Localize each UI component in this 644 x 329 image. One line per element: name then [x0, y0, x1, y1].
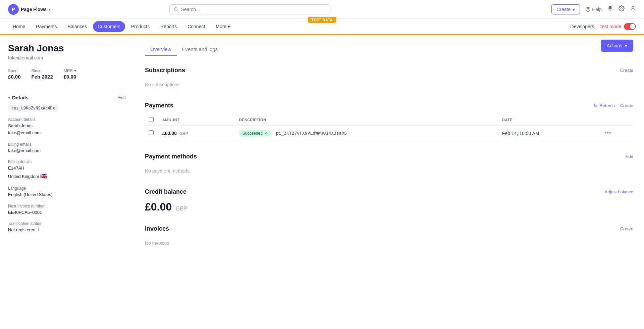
next-invoice-value: EE40FCA5–0001: [8, 209, 126, 216]
payments-create-link[interactable]: Create: [620, 103, 633, 108]
credit-amount: £0.00: [145, 201, 172, 213]
next-invoice-label: Next invoice number: [8, 204, 126, 208]
help-button[interactable]: Help: [585, 7, 602, 12]
billing-details-value: E147AH United Kingdom 🇬🇧: [8, 165, 126, 180]
toggle-knob: [630, 24, 635, 29]
language-label: Language: [8, 186, 126, 191]
since-label: Since: [32, 68, 53, 73]
topbar-right: Create ▾ Help: [551, 4, 636, 14]
credit-balance-section: Credit balance Adjust balance £0.00 GBP: [145, 188, 633, 213]
credit-amount-display: £0.00 GBP: [145, 201, 633, 213]
logo[interactable]: P Page Flows ▾: [8, 4, 51, 15]
nav-balances[interactable]: Balances: [63, 21, 92, 32]
invoices-empty: No invoices: [145, 238, 633, 248]
payment-description: pi_3KT27vFX9VLdWWHU14X3saRS: [276, 131, 347, 136]
stat-spent: Spent £0.00: [8, 68, 21, 80]
billing-details-group: Billing details E147AH United Kingdom 🇬🇧: [8, 159, 126, 180]
nav-customers[interactable]: Customers: [93, 21, 125, 32]
credit-currency: GBP: [176, 206, 187, 211]
credit-balance-title: Credit balance: [145, 188, 186, 195]
since-value: Feb 2022: [32, 74, 53, 80]
nav-connect[interactable]: Connect: [183, 21, 210, 32]
table-row: £60.00 GBP Succeeded ✓ pi_3KT27vFX9VLdWW…: [145, 126, 633, 141]
actions-button[interactable]: Actions ▾: [601, 40, 633, 52]
nav-developers[interactable]: Developers: [571, 24, 594, 29]
payment-methods-empty: No payment methods: [145, 166, 633, 176]
tax-status-label: Tax location status: [8, 221, 126, 226]
payments-actions: ↻ Refresh Create: [594, 103, 633, 108]
account-details-value: Sarah Jonas fake@email.com: [8, 123, 126, 137]
tab-events-logs[interactable]: Events and logs: [177, 43, 223, 56]
create-button[interactable]: Create ▾: [551, 4, 580, 14]
billing-emails-value: fake@email.com: [8, 147, 126, 154]
language-value: English (United States): [8, 191, 126, 198]
app-name: Page Flows: [21, 7, 47, 12]
nav-home[interactable]: Home: [8, 21, 30, 32]
mrr-value: £0.00: [64, 74, 76, 80]
row-menu-icon[interactable]: •••: [605, 130, 611, 136]
help-icon: [585, 7, 591, 12]
payment-date: Feb 14, 10:50 AM: [498, 126, 601, 141]
nav-products[interactable]: Products: [126, 21, 154, 32]
spent-label: Spent: [8, 68, 21, 73]
payments-table: AMOUNT DESCRIPTION DATE £60.00 GBP: [145, 114, 633, 141]
customer-id-badge: cus_L9KoZvNSxWc4Dx: [8, 104, 58, 112]
subscriptions-title: Subscriptions: [145, 67, 185, 74]
stat-mrr: MRR ▾ £0.00: [64, 68, 76, 80]
info-icon: ℹ: [38, 228, 40, 232]
test-mode-toggle[interactable]: Test mode: [599, 23, 636, 30]
settings-icon[interactable]: [619, 5, 625, 13]
payment-amount: £60.00 GBP: [158, 126, 235, 141]
tax-status-group: Tax location status Not registered ℹ: [8, 221, 126, 234]
tab-overview[interactable]: Overview: [145, 43, 177, 56]
subscriptions-empty: No subscriptions: [145, 79, 633, 90]
col-description: DESCRIPTION: [235, 114, 498, 126]
details-section: ▾ Details Edit cus_L9KoZvNSxWc4Dx Accoun…: [8, 89, 126, 234]
billing-details-label: Billing details: [8, 159, 126, 164]
flag-icon: 🇬🇧: [40, 173, 47, 179]
billing-emails-label: Billing emails: [8, 142, 126, 147]
status-badge: Succeeded ✓: [239, 130, 271, 137]
stat-since: Since Feb 2022: [32, 68, 53, 80]
payment-methods-add-link[interactable]: Add: [626, 154, 633, 159]
payment-methods-section: Payment methods Add No payment methods: [145, 153, 633, 176]
svg-point-3: [632, 6, 634, 8]
details-title: ▾ Details: [8, 95, 29, 100]
notifications-icon[interactable]: [607, 5, 613, 13]
nav-more[interactable]: More ▾: [211, 21, 235, 32]
payment-methods-title: Payment methods: [145, 153, 197, 160]
invoices-create-link[interactable]: Create: [620, 226, 633, 231]
spent-value: £0.00: [8, 74, 21, 80]
svg-point-2: [588, 10, 588, 11]
test-mode-switch[interactable]: [624, 23, 636, 30]
payments-title: Payments: [145, 102, 173, 109]
col-amount: AMOUNT: [158, 114, 235, 126]
payments-refresh-link[interactable]: ↻ Refresh: [594, 103, 615, 108]
search-container: [169, 4, 330, 14]
adjust-balance-link[interactable]: Adjust balance: [605, 189, 633, 194]
subscriptions-create-link[interactable]: Create: [620, 68, 633, 73]
logo-icon: P: [8, 4, 19, 15]
customer-stats: Spent £0.00 Since Feb 2022 MRR ▾ £0.00: [8, 68, 126, 80]
edit-link[interactable]: Edit: [118, 95, 126, 100]
payments-section: Payments ↻ Refresh Create AMOUNT DESCRIP…: [145, 102, 633, 141]
select-all-checkbox[interactable]: [149, 117, 154, 122]
search-input[interactable]: [181, 7, 326, 12]
payment-status-desc: Succeeded ✓ pi_3KT27vFX9VLdWWHU14X3saRS: [235, 126, 498, 141]
subscriptions-section: Subscriptions Create No subscriptions: [145, 67, 633, 90]
customer-email: fake@email.com: [8, 55, 126, 60]
billing-emails-group: Billing emails fake@email.com: [8, 142, 126, 154]
details-chevron-icon: ▾: [8, 95, 10, 100]
nav-reports[interactable]: Reports: [156, 21, 181, 32]
row-checkbox[interactable]: [149, 130, 154, 135]
refresh-icon: ↻: [594, 103, 597, 108]
search-icon: [174, 7, 178, 12]
main-nav: Home Payments Balances Customers Product…: [0, 19, 644, 35]
test-data-banner: TEST DATA: [308, 17, 336, 23]
main-content: Overview Events and logs Actions ▾ Subsc…: [134, 35, 644, 329]
col-date: DATE: [498, 114, 601, 126]
account-details-group: Account details Sarah Jonas fake@email.c…: [8, 117, 126, 137]
nav-payments[interactable]: Payments: [31, 21, 61, 32]
account-details-label: Account details: [8, 117, 126, 122]
user-icon[interactable]: [630, 5, 636, 13]
